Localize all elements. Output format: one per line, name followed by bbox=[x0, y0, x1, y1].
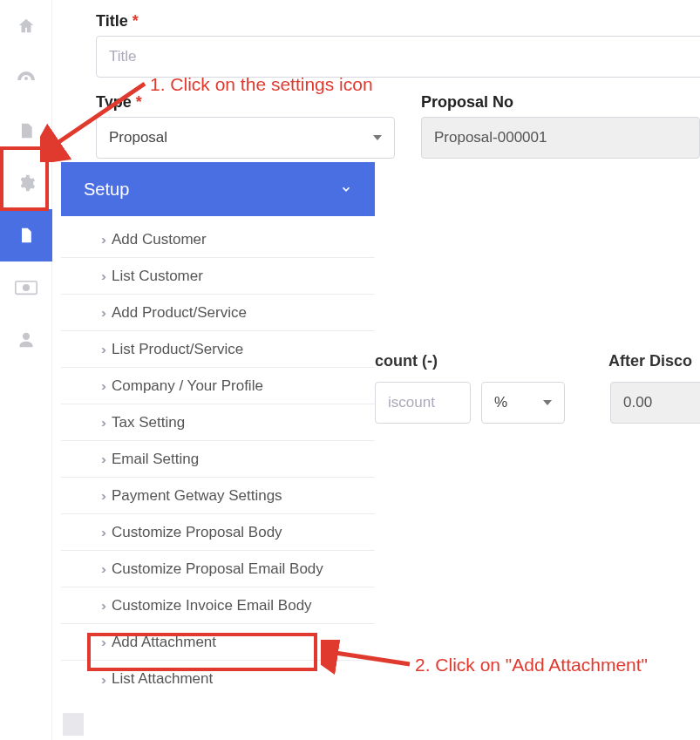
setup-header-label: Setup bbox=[84, 180, 129, 200]
double-chevron-icon: ›› bbox=[101, 232, 105, 247]
money-icon bbox=[15, 280, 37, 295]
setup-item-customize-proposal-email[interactable]: ››Customize Proposal Email Body bbox=[61, 551, 375, 587]
after-discount-label: After Disco bbox=[608, 352, 692, 370]
setup-item-customize-invoice-email[interactable]: ››Customize Invoice Email Body bbox=[61, 587, 375, 624]
title-input-wrap bbox=[96, 36, 700, 78]
double-chevron-icon: ›› bbox=[101, 598, 105, 613]
setup-item-tax-setting[interactable]: ››Tax Setting bbox=[61, 404, 375, 441]
chevron-down-icon bbox=[373, 135, 382, 140]
proposal-no-field: Proposal-000001 bbox=[421, 117, 700, 159]
svg-line-3 bbox=[330, 652, 410, 664]
setup-flyout-header[interactable]: Setup bbox=[61, 162, 375, 216]
discount-inputs: % bbox=[375, 382, 565, 424]
title-input[interactable] bbox=[109, 48, 700, 65]
setup-flyout-body: ››Add Customer ››List Customer ››Add Pro… bbox=[61, 216, 375, 701]
user-icon bbox=[17, 330, 35, 350]
svg-point-1 bbox=[24, 285, 30, 291]
annotation-step2: 2. Click on "Add Attachment" bbox=[415, 655, 648, 676]
sidebar-item-money[interactable] bbox=[0, 261, 52, 314]
setup-item-customize-proposal-body[interactable]: ››Customize Proposal Body bbox=[61, 514, 375, 551]
setup-item-company-profile[interactable]: ››Company / Your Profile bbox=[61, 368, 375, 404]
annotation-arrow-1 bbox=[40, 75, 153, 162]
double-chevron-icon: ›› bbox=[101, 305, 105, 320]
gauge-icon bbox=[16, 68, 37, 89]
double-chevron-icon: ›› bbox=[101, 635, 105, 649]
double-chevron-icon: ›› bbox=[101, 561, 105, 576]
double-chevron-icon: ›› bbox=[101, 525, 105, 540]
document-icon bbox=[17, 121, 35, 140]
after-discount-field: 0.00 bbox=[610, 382, 700, 424]
svg-line-2 bbox=[52, 84, 145, 146]
setup-item-add-product[interactable]: ››Add Product/Service bbox=[61, 295, 375, 331]
page-icon bbox=[17, 226, 35, 245]
discount-unit-value: % bbox=[494, 394, 507, 411]
gear-icon bbox=[17, 173, 36, 193]
double-chevron-icon: ›› bbox=[101, 451, 105, 466]
setup-flyout: Setup ››Add Customer ››List Customer ››A… bbox=[61, 162, 375, 701]
home-icon bbox=[17, 17, 36, 36]
double-chevron-icon: ›› bbox=[101, 415, 105, 430]
discount-label: count (-) bbox=[375, 352, 438, 370]
double-chevron-icon: ›› bbox=[101, 672, 105, 687]
double-chevron-icon: ›› bbox=[101, 268, 105, 283]
sidebar-item-user[interactable] bbox=[0, 314, 52, 366]
annotation-step1: 1. Click on the settings icon bbox=[150, 74, 373, 95]
proposal-no-label: Proposal No bbox=[421, 93, 700, 112]
sidebar-item-page[interactable] bbox=[0, 209, 52, 261]
double-chevron-icon: ›› bbox=[101, 342, 105, 356]
scrollbar-stub[interactable] bbox=[63, 713, 84, 736]
sidebar-item-settings[interactable] bbox=[0, 157, 52, 209]
setup-item-payment-gateway[interactable]: ››Payment Getway Settings bbox=[61, 478, 375, 514]
setup-item-add-customer[interactable]: ››Add Customer bbox=[61, 221, 375, 258]
setup-item-list-product[interactable]: ››List Product/Service bbox=[61, 331, 375, 368]
discount-unit-select[interactable]: % bbox=[481, 382, 565, 424]
discount-input-wrap bbox=[375, 382, 471, 424]
annotation-arrow-2 bbox=[321, 640, 417, 675]
title-label: Title * bbox=[96, 12, 700, 31]
double-chevron-icon: ›› bbox=[101, 378, 105, 393]
double-chevron-icon: ›› bbox=[101, 488, 105, 503]
chevron-down-icon bbox=[543, 400, 552, 405]
chevron-down-icon bbox=[340, 183, 352, 195]
discount-input[interactable] bbox=[388, 394, 458, 411]
setup-item-email-setting[interactable]: ››Email Setting bbox=[61, 441, 375, 478]
sidebar-item-home[interactable] bbox=[0, 0, 52, 52]
setup-item-list-customer[interactable]: ››List Customer bbox=[61, 258, 375, 295]
